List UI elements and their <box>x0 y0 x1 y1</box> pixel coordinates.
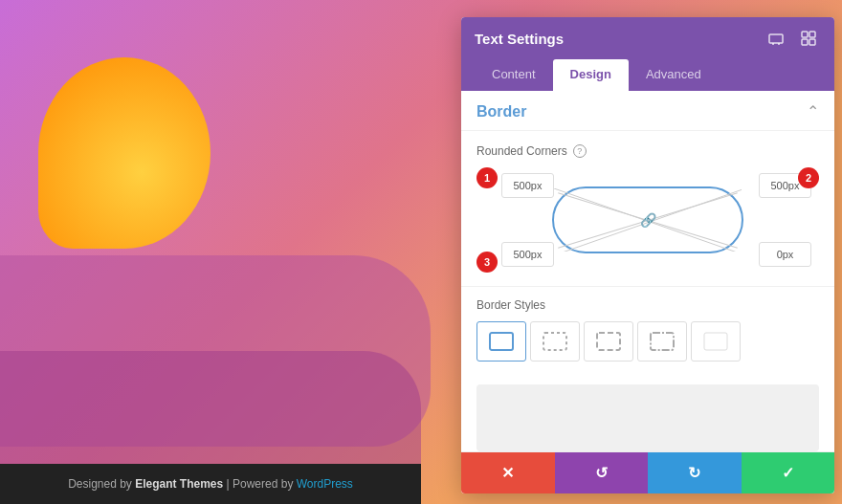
panel-title: Text Settings <box>475 31 564 47</box>
border-styles-label: Border Styles <box>476 298 819 312</box>
responsive-icon[interactable] <box>764 26 788 51</box>
corner-bl-input-wrapper <box>501 242 554 267</box>
svg-rect-13 <box>704 333 727 350</box>
border-style-mixed[interactable] <box>637 321 687 362</box>
corner-tl-input[interactable] <box>501 173 554 198</box>
footer-text: Designed by Elegant Themes | Powered by … <box>68 477 353 491</box>
svg-rect-11 <box>597 333 620 350</box>
tab-advanced[interactable]: Advanced <box>629 59 719 91</box>
border-section-title: Border <box>476 103 526 121</box>
delete-button[interactable]: ✕ <box>461 452 555 493</box>
svg-rect-10 <box>543 333 566 350</box>
svg-rect-3 <box>802 32 808 37</box>
tab-content[interactable]: Content <box>475 59 553 91</box>
svg-rect-0 <box>769 34 783 43</box>
rounded-box-preview: 🔗 <box>552 186 743 253</box>
corner-tl-input-wrapper <box>501 173 554 198</box>
panel-header: Text Settings <box>461 17 834 59</box>
corner-badge-3: 3 <box>476 252 498 273</box>
link-icon: 🔗 <box>640 212 656 228</box>
border-section-toggle[interactable]: ⌃ <box>807 102 819 121</box>
border-style-dashed-lg[interactable] <box>584 321 633 362</box>
svg-rect-6 <box>809 39 815 45</box>
corner-badge-1: 1 <box>476 167 498 188</box>
grid-icon[interactable] <box>796 26 821 51</box>
footer-bar: Designed by Elegant Themes | Powered by … <box>0 464 421 504</box>
panel-toolbar: ✕ ↺ ↻ ✓ <box>461 451 834 493</box>
preview-area <box>476 384 819 451</box>
border-style-dashed-sm[interactable] <box>530 321 580 362</box>
undo-button[interactable]: ↺ <box>555 452 649 493</box>
svg-rect-12 <box>651 333 674 350</box>
save-button[interactable]: ✓ <box>742 452 835 493</box>
help-icon[interactable]: ? <box>573 144 587 158</box>
border-styles-section: Border Styles <box>461 286 834 375</box>
border-section-header: Border ⌃ <box>461 91 834 131</box>
redo-button[interactable]: ↻ <box>648 452 742 493</box>
svg-rect-5 <box>802 39 808 45</box>
wordpress-link[interactable]: WordPress <box>297 477 353 491</box>
text-settings-panel: Text Settings Content Design <box>461 17 834 493</box>
border-style-none[interactable] <box>691 321 741 362</box>
blob-shape <box>38 57 210 249</box>
tab-design[interactable]: Design <box>553 59 629 91</box>
border-style-options <box>476 321 819 362</box>
corner-br-input[interactable] <box>759 242 811 267</box>
rounded-box: 🔗 <box>552 186 743 253</box>
border-style-solid[interactable] <box>476 321 526 362</box>
corner-bl-input[interactable] <box>501 242 554 267</box>
rounded-corners-section: Rounded Corners ? 1 2 3 <box>461 131 834 286</box>
svg-rect-4 <box>809 32 815 37</box>
panel-tabs: Content Design Advanced <box>461 59 834 91</box>
svg-rect-9 <box>490 333 513 350</box>
corner-badge-2: 2 <box>798 167 819 188</box>
panel-header-icons <box>764 26 821 51</box>
corner-br-input-wrapper <box>759 242 811 267</box>
elegant-themes-link[interactable]: Elegant Themes <box>135 477 223 491</box>
corners-preview-container: 1 2 3 <box>476 167 819 273</box>
panel-body: Border ⌃ Rounded Corners ? 1 2 3 <box>461 91 834 451</box>
rounded-corners-label: Rounded Corners ? <box>476 144 819 158</box>
